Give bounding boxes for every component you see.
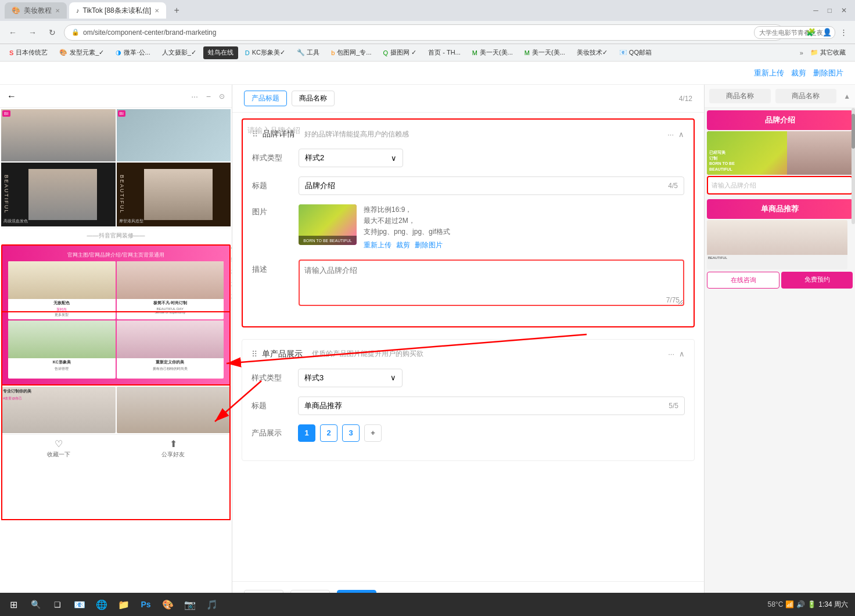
- close-btn[interactable]: ✕: [838, 6, 850, 15]
- bookmark-qq[interactable]: 📧 QQ邮箱: [615, 46, 656, 59]
- brand-collapse-btn[interactable]: ∧: [678, 130, 684, 139]
- drag-handle-brand[interactable]: ⠿: [252, 129, 258, 139]
- brand-desc-textarea[interactable]: [299, 260, 684, 306]
- chevron-down-icon: ∨: [391, 154, 397, 163]
- taskbar-app2[interactable]: 📷: [179, 594, 200, 615]
- bookmark-tool[interactable]: 🔧 工具: [292, 46, 324, 59]
- taskbar-browser[interactable]: 🌐: [91, 594, 112, 615]
- product-grid-inner: 无敌配色 享时尚 更多发型 极简不凡·时尚订制 BEAUTIFUL DAY Se…: [8, 261, 224, 379]
- product-3: KC形象美 告诉管理: [8, 320, 116, 379]
- bookmark-hair[interactable]: 🎨发型元素_✓: [55, 46, 109, 59]
- product-title-field-count: 5/5: [669, 402, 678, 410]
- right-preview-content: 品牌介绍 已经写美 订制 BORN TO BE BEAUTIFUL 请输入品牌介…: [705, 108, 855, 616]
- bookmark-s[interactable]: S 日本传统艺: [5, 46, 52, 59]
- bookmark-photo[interactable]: 人文摄影_✓: [157, 46, 201, 59]
- profile-btn[interactable]: 👤: [820, 26, 834, 39]
- taskbar-ps[interactable]: Ps: [135, 594, 156, 615]
- address-bar[interactable]: 🔒 om/site/component-center/brand-marketi…: [64, 24, 784, 41]
- right-tab-1[interactable]: 商品名称: [709, 89, 771, 103]
- taskbar-start[interactable]: ⊞: [3, 594, 24, 615]
- reupload-link[interactable]: 重新上传: [754, 68, 784, 78]
- right-panel-header: 商品名称 商品名称 ▲: [705, 85, 855, 108]
- bookmark-home[interactable]: 首页 - TH...: [423, 46, 465, 59]
- new-tab-button[interactable]: +: [168, 2, 185, 19]
- right-tab-2[interactable]: 商品名称: [775, 89, 837, 103]
- crop-link[interactable]: 裁剪: [791, 68, 806, 78]
- tab-tiktok-close[interactable]: ✕: [155, 8, 159, 14]
- taskbar-app1[interactable]: 🎨: [157, 594, 178, 615]
- product-style-select[interactable]: 样式3 ∨: [298, 369, 403, 387]
- tab-makeover[interactable]: 🎨 美妆教程 ✕: [5, 2, 67, 19]
- product-more-btn[interactable]: ···: [668, 350, 674, 358]
- forward-button[interactable]: →: [24, 24, 41, 41]
- phone-minimize-btn[interactable]: −: [206, 92, 211, 101]
- back-button[interactable]: ←: [5, 24, 21, 41]
- menu-btn[interactable]: ⋮: [836, 26, 850, 39]
- right-online-btn[interactable]: 在线咨询: [707, 272, 779, 289]
- tab-makeover-close[interactable]: ✕: [55, 8, 60, 14]
- brand-style-row: 样式类型 样式2 ∨: [252, 149, 684, 167]
- bookmark-kc[interactable]: DKC形象美✓: [240, 46, 290, 59]
- hint-size: 最大不超过2M，: [364, 215, 450, 226]
- right-product-item-1: BEAUTIFUL: [707, 220, 847, 269]
- tab-tiktok[interactable]: ♪ TikTok [88条未读私信] ✕: [69, 2, 166, 19]
- minimize-btn[interactable]: ─: [810, 6, 822, 15]
- taskbar-app3[interactable]: 🎵: [202, 594, 222, 615]
- action-collect[interactable]: ♡ 收藏一下: [1, 438, 116, 459]
- reload-button[interactable]: ↻: [44, 24, 60, 41]
- brand-image-row: 图片 BORN TO BE BEAUTIFUL 推荐比例: [252, 204, 684, 250]
- extensions-btn[interactable]: 🧩: [804, 26, 818, 39]
- phone-close-btn[interactable]: ⊙: [219, 92, 225, 100]
- image-thumbnail[interactable]: BORN TO BE BEAUTIFUL: [299, 204, 357, 245]
- tray-battery[interactable]: 🔋: [807, 600, 816, 608]
- taskbar-files[interactable]: 📁: [113, 594, 134, 615]
- taskbar-mail[interactable]: 📧: [69, 594, 90, 615]
- tray-sound[interactable]: 🔊: [796, 600, 805, 608]
- center-editor-panel: 产品标题 商品名称 4/12 ⠿ 品牌详情 好的品牌详情能提高用户的信赖感 ··…: [232, 85, 704, 616]
- search-btn[interactable]: [788, 26, 802, 39]
- bookmark-bird[interactable]: 蛙鸟在线: [203, 46, 238, 59]
- taskbar-search[interactable]: 🔍: [25, 594, 46, 615]
- brand-style-select[interactable]: 样式2 ∨: [299, 149, 403, 167]
- tab-product-title[interactable]: 产品标题: [244, 91, 287, 106]
- tab-tiktok-favicon: ♪: [76, 7, 80, 14]
- bookmarks-more[interactable]: »: [800, 49, 803, 56]
- bookmark-meizhuang[interactable]: 美妆技术✓: [572, 46, 612, 59]
- brand-section-hint: 好的品牌详情能提高用户的信赖感: [304, 129, 409, 139]
- bookmark-photo2[interactable]: Q摄图网 ✓: [379, 46, 422, 59]
- bookmark-mei2[interactable]: M美一天(美...: [520, 46, 570, 59]
- product-title-field-value[interactable]: 单商品推荐: [304, 401, 669, 411]
- action-share[interactable]: ⬆ 公享好友: [116, 438, 231, 459]
- product-num-add[interactable]: +: [364, 424, 382, 442]
- brand-more-btn[interactable]: ···: [667, 130, 674, 139]
- phone-more-btn[interactable]: ···: [191, 92, 198, 101]
- product-num-3[interactable]: 3: [342, 424, 360, 442]
- reupload-link-brand[interactable]: 重新上传: [364, 240, 391, 250]
- right-desc-box[interactable]: 请输入品牌介绍: [707, 176, 853, 194]
- product-section-title: 单产品展示: [262, 349, 303, 359]
- brand-detail-section: ⠿ 品牌详情 好的品牌详情能提高用户的信赖感 ··· ∧ 样式类型 样式2 ∨: [242, 118, 695, 327]
- tab-product-name[interactable]: 商品名称: [292, 91, 335, 106]
- right-scrollbar[interactable]: [852, 108, 855, 224]
- brand-title-value[interactable]: 品牌介绍: [305, 181, 668, 191]
- delete-link[interactable]: 删除图片: [813, 68, 843, 78]
- maximize-btn[interactable]: □: [824, 6, 835, 15]
- delete-link-brand[interactable]: 删除图片: [415, 240, 443, 250]
- phone-back-btn[interactable]: ←: [7, 91, 16, 102]
- product-collapse-btn[interactable]: ∧: [679, 350, 685, 358]
- address-text: om/site/component-center/brand-marketing: [83, 28, 757, 37]
- bookmark-weige[interactable]: ◑微革·公...: [111, 46, 155, 59]
- right-book-btn[interactable]: 免费预约: [781, 272, 853, 289]
- right-scroll-up[interactable]: ▲: [843, 92, 850, 100]
- banner-text: 官网主图/官网品牌介绍/官网主页背景通用: [8, 251, 224, 259]
- taskbar-taskview[interactable]: ❑: [47, 594, 68, 615]
- bookmark-bao[interactable]: b包图网_专...: [326, 46, 376, 59]
- crop-link-brand[interactable]: 裁剪: [396, 240, 410, 250]
- bookmark-others[interactable]: 📁 其它收藏: [806, 46, 850, 59]
- tray-wifi[interactable]: 📶: [785, 600, 794, 608]
- taskbar-clock[interactable]: 1:34 周六: [818, 600, 853, 610]
- product-num-1[interactable]: 1: [298, 424, 315, 442]
- bookmark-mei1[interactable]: M美一天(美...: [468, 46, 518, 59]
- drag-handle-product[interactable]: ⠿: [252, 350, 257, 359]
- product-num-2[interactable]: 2: [320, 424, 337, 442]
